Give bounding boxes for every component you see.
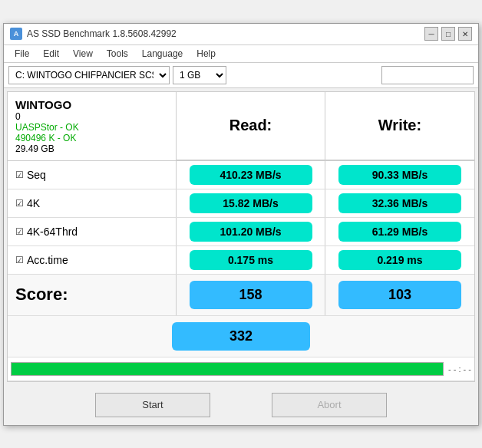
progress-row: - - : - -	[8, 357, 474, 381]
4k64-label: ☑ 4K-64Thrd	[8, 218, 177, 245]
menu-bar: File Edit View Tools Language Help	[4, 45, 478, 63]
drive-select[interactable]: C: WINTOGO CHIFPANCIER SCSI Disk	[8, 66, 170, 84]
seq-label: ☑ Seq	[8, 161, 177, 189]
progress-bar-container	[11, 362, 444, 376]
window-title: AS SSD Benchmark 1.8.5608.42992	[27, 28, 177, 39]
menu-language[interactable]: Language	[136, 47, 189, 61]
4k64-check-icon: ☑	[15, 226, 24, 237]
acctime-write-value: 0.219 ms	[325, 246, 474, 274]
4k-write-btn: 32.36 MB/s	[338, 193, 461, 213]
seq-write-btn: 90.33 MB/s	[338, 165, 461, 185]
write-header: Write:	[325, 92, 474, 160]
drive-status1: UASPStor - OK	[15, 122, 168, 133]
acctime-check-icon: ☑	[15, 255, 24, 265]
menu-edit[interactable]: Edit	[37, 47, 65, 61]
drive-number: 0	[15, 111, 168, 122]
acctime-write-btn: 0.219 ms	[338, 250, 461, 270]
drive-status2: 490496 K - OK	[15, 133, 168, 143]
4k64-write-btn: 61.29 MB/s	[338, 222, 461, 242]
acctime-read-btn: 0.175 ms	[190, 250, 312, 270]
app-icon: A	[10, 28, 22, 40]
acctime-label: ☑ Acc.time	[8, 246, 177, 274]
bench-row-seq: ☑ Seq 410.23 MB/s 90.33 MB/s	[8, 161, 474, 189]
drive-size: 29.49 GB	[15, 143, 168, 154]
title-bar-controls: ─ □ ✕	[424, 27, 472, 41]
4k-read-btn: 15.82 MB/s	[190, 193, 312, 213]
4k64-write-value: 61.29 MB/s	[325, 218, 474, 245]
acctime-read-value: 0.175 ms	[177, 246, 325, 274]
score-label: Score:	[8, 275, 177, 315]
4k64-read-value: 101.20 MB/s	[177, 218, 325, 245]
4k-label: ☑ 4K	[8, 189, 177, 217]
4k-read-value: 15.82 MB/s	[177, 189, 325, 217]
menu-tools[interactable]: Tools	[101, 47, 134, 61]
minimize-button[interactable]: ─	[424, 27, 438, 41]
drive-info-panel: WINTOGO 0 UASPStor - OK 490496 K - OK 29…	[8, 92, 177, 160]
score-write-btn: 103	[338, 281, 461, 309]
seq-read-btn: 410.23 MB/s	[190, 165, 312, 185]
total-score-row: 332	[8, 316, 474, 357]
content-area: WINTOGO 0 UASPStor - OK 490496 K - OK 29…	[7, 91, 475, 382]
title-bar-left: A AS SSD Benchmark 1.8.5608.42992	[10, 28, 177, 40]
toolbar-extra-input	[381, 66, 474, 84]
menu-help[interactable]: Help	[190, 47, 222, 61]
progress-text: - - : - -	[448, 364, 471, 374]
seq-label-text: Seq	[27, 169, 46, 181]
progress-bar-fill	[12, 363, 443, 375]
close-button[interactable]: ✕	[458, 27, 472, 41]
app-window: A AS SSD Benchmark 1.8.5608.42992 ─ □ ✕ …	[3, 23, 479, 426]
bench-row-4k: ☑ 4K 15.82 MB/s 32.36 MB/s	[8, 189, 474, 218]
4k-check-icon: ☑	[15, 198, 24, 209]
score-write-cell: 103	[325, 275, 474, 315]
menu-file[interactable]: File	[8, 47, 35, 61]
score-read-btn: 158	[190, 281, 312, 309]
start-button[interactable]: Start	[95, 393, 210, 417]
bench-row-4k64: ☑ 4K-64Thrd 101.20 MB/s 61.29 MB/s	[8, 218, 474, 246]
abort-button[interactable]: Abort	[272, 393, 387, 417]
score-section: Score: 158 103	[8, 275, 474, 316]
total-score-btn: 332	[172, 322, 310, 351]
menu-view[interactable]: View	[67, 47, 99, 61]
acctime-label-text: Acc.time	[27, 254, 68, 266]
4k-write-value: 32.36 MB/s	[325, 189, 474, 217]
buttons-row: Start Abort	[4, 385, 478, 425]
maximize-button[interactable]: □	[441, 27, 455, 41]
bench-row-acctime: ☑ Acc.time 0.175 ms 0.219 ms	[8, 246, 474, 275]
4k-label-text: 4K	[27, 197, 40, 209]
4k64-label-text: 4K-64Thrd	[27, 226, 78, 238]
seq-write-value: 90.33 MB/s	[325, 161, 474, 189]
drive-name: WINTOGO	[15, 98, 168, 111]
size-select[interactable]: 1 GB	[173, 66, 226, 84]
title-bar: A AS SSD Benchmark 1.8.5608.42992 ─ □ ✕	[4, 24, 478, 45]
seq-check-icon: ☑	[15, 170, 24, 180]
score-read-cell: 158	[177, 275, 325, 315]
read-header: Read:	[177, 92, 325, 160]
header-info-row: WINTOGO 0 UASPStor - OK 490496 K - OK 29…	[8, 92, 474, 161]
4k64-read-btn: 101.20 MB/s	[190, 222, 312, 242]
toolbar: C: WINTOGO CHIFPANCIER SCSI Disk 1 GB	[4, 63, 478, 88]
seq-read-value: 410.23 MB/s	[177, 161, 325, 189]
